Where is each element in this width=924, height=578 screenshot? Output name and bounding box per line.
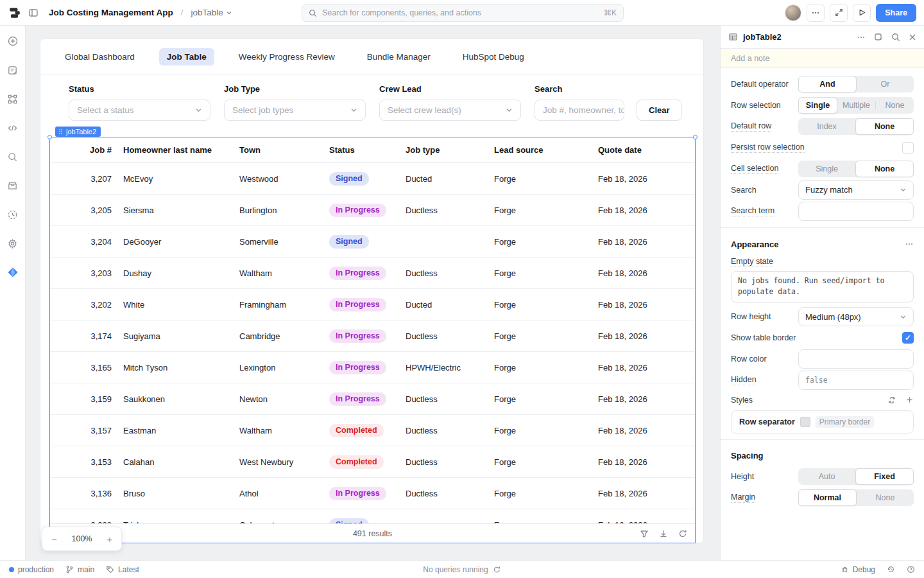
inspector-search-icon[interactable] — [891, 33, 900, 42]
panel-toggle-icon[interactable] — [28, 8, 38, 18]
hidden-input[interactable]: false — [798, 371, 914, 390]
column-header-job[interactable]: Job # — [50, 145, 112, 155]
table-row[interactable]: 3,157EastmanWalthamCompletedDuctlessForg… — [50, 415, 695, 446]
job-table-component[interactable]: jobTable2 Job #Homeowner last nameTownSt… — [49, 137, 696, 543]
global-search-input[interactable] — [322, 8, 599, 17]
persist-row-selection-checkbox[interactable] — [902, 142, 914, 153]
segment-none[interactable]: None — [855, 161, 914, 177]
segment-normal[interactable]: Normal — [798, 489, 857, 506]
tab-global-dashboard[interactable]: Global Dashboard — [57, 48, 142, 66]
table-row[interactable]: 3,203DushayWalthamIn ProgressDuctlessFor… — [50, 258, 695, 289]
section-menu-icon[interactable] — [905, 240, 914, 249]
segment-or[interactable]: Or — [857, 76, 914, 92]
debug-button[interactable]: Debug — [841, 565, 875, 574]
segment-index[interactable]: Index — [798, 118, 855, 135]
version-history-icon[interactable] — [887, 565, 895, 574]
row-height-select[interactable]: Medium (48px) — [798, 307, 914, 326]
search-select[interactable]: Fuzzy match — [798, 180, 914, 200]
tab-hubspot-debug[interactable]: HubSpot Debug — [455, 48, 532, 66]
column-header-quote-date[interactable]: Quote date — [586, 145, 696, 155]
cell-homeowner: White — [112, 300, 228, 310]
segment-single[interactable]: Single — [798, 161, 855, 177]
search-input[interactable]: Job #, homeowner, town — [535, 100, 624, 121]
add-style-icon[interactable] — [905, 396, 914, 404]
table-row[interactable]: 3,174SugiyamaCambridgeIn ProgressDuctles… — [50, 320, 695, 352]
refresh-icon[interactable] — [678, 529, 687, 538]
more-options-button[interactable] — [807, 4, 825, 22]
job-type-select[interactable]: Select job types — [224, 100, 366, 121]
search-icon[interactable] — [5, 149, 21, 164]
selection-handle[interactable] — [693, 135, 697, 139]
tab-weekly-progress-review[interactable]: Weekly Progress Review — [231, 48, 343, 66]
components-icon[interactable] — [5, 91, 21, 107]
filter-label: Search — [535, 84, 624, 94]
code-icon[interactable] — [5, 120, 21, 136]
share-button[interactable]: Share — [876, 4, 916, 22]
show-table-border-checkbox[interactable]: ✓ — [902, 332, 914, 344]
avatar[interactable] — [785, 4, 801, 21]
branch-selector[interactable]: main — [65, 565, 94, 574]
crew-lead-select[interactable]: Select crew lead(s) — [379, 100, 521, 121]
app-title: Job Costing Management App — [49, 8, 173, 17]
table-row[interactable]: 3,204DeGooyerSomervilleSignedForgeFeb 18… — [50, 226, 695, 258]
cell-status: In Progress — [318, 361, 394, 374]
environment-selector[interactable]: production — [9, 565, 54, 574]
history-icon[interactable] — [5, 207, 21, 222]
help-icon[interactable] — [907, 565, 915, 574]
add-note-field[interactable]: Add a note — [721, 49, 924, 68]
segment-fixed[interactable]: Fixed — [855, 468, 914, 485]
tab-job-table[interactable]: Job Table — [159, 48, 214, 66]
pages-icon[interactable] — [5, 62, 21, 78]
column-header-lead-source[interactable]: Lead source — [483, 145, 586, 155]
tab-bundle-manager[interactable]: Bundle Manager — [359, 48, 438, 66]
search-term-input[interactable] — [798, 202, 914, 221]
inspector-menu-icon[interactable] — [857, 33, 866, 42]
row-color-input[interactable] — [798, 349, 914, 369]
duplicate-icon[interactable] — [874, 33, 883, 42]
release-selector[interactable]: Latest — [106, 565, 139, 574]
column-header-status[interactable]: Status — [318, 145, 394, 155]
table-row[interactable]: 3,202WhiteFraminghamIn ProgressDuctedFor… — [50, 289, 695, 320]
queries-refresh-icon[interactable] — [493, 566, 501, 574]
segment-multiple[interactable]: Multiple — [837, 97, 875, 114]
zoom-out-button[interactable]: − — [51, 534, 57, 545]
zoom-in-button[interactable]: + — [107, 534, 112, 545]
column-header-job-type[interactable]: Job type — [394, 145, 483, 155]
segment-none[interactable]: None — [857, 489, 914, 506]
fullscreen-button[interactable] — [830, 4, 848, 22]
segment-none[interactable]: None — [876, 97, 914, 114]
table-row[interactable]: 3,153CalahanWest NewburyCompletedDuctles… — [50, 446, 695, 478]
empty-state-textarea[interactable]: No jobs found. Run seed/import to popula… — [731, 271, 914, 302]
segment-auto[interactable]: Auto — [798, 468, 855, 485]
ai-assistant-icon[interactable] — [5, 265, 21, 280]
table-row[interactable]: 3,165Mitch TysonLexingtonIn ProgressHPWH… — [50, 352, 695, 383]
clear-filters-button[interactable]: Clear — [637, 100, 682, 121]
close-icon[interactable] — [909, 33, 916, 41]
breadcrumb-page[interactable]: jobTable — [191, 8, 232, 17]
table-row[interactable]: 3,205SiersmaBurlingtonIn ProgressDuctles… — [50, 195, 695, 226]
resources-icon[interactable] — [5, 178, 21, 193]
reset-styles-icon[interactable] — [887, 396, 896, 405]
segment-none[interactable]: None — [855, 118, 914, 135]
column-header-homeowner-last-name[interactable]: Homeowner last name — [112, 145, 228, 155]
download-icon[interactable] — [659, 529, 668, 538]
segment-single[interactable]: Single — [798, 97, 837, 114]
table-row[interactable]: 3,207McEvoyWestwoodSignedDuctedForgeFeb … — [50, 163, 695, 195]
table-row[interactable]: 3,228TrislerCohassetSignedForgeFeb 16, 2… — [50, 509, 695, 525]
add-icon[interactable] — [5, 33, 21, 49]
component-selection-tag[interactable]: jobTable2 — [55, 127, 101, 137]
table-row[interactable]: 3,159SaukkonenNewtonIn ProgressDuctlessF… — [50, 383, 695, 415]
zoom-level: 100% — [72, 534, 92, 543]
preview-button[interactable] — [853, 4, 871, 22]
table-row[interactable]: 3,136BrusoAtholIn ProgressDuctlessForgeF… — [50, 478, 695, 509]
global-search[interactable]: ⌘K — [302, 4, 624, 22]
color-swatch[interactable] — [800, 417, 810, 427]
settings-icon[interactable] — [5, 236, 21, 251]
cell-town: Burlington — [228, 206, 318, 215]
cell-homeowner: Saukkonen — [112, 394, 228, 404]
status-select[interactable]: Select a status — [69, 100, 210, 121]
column-header-town[interactable]: Town — [228, 145, 318, 155]
filter-icon[interactable] — [640, 529, 649, 538]
segment-and[interactable]: And — [798, 76, 857, 92]
selection-handle[interactable] — [47, 135, 52, 139]
